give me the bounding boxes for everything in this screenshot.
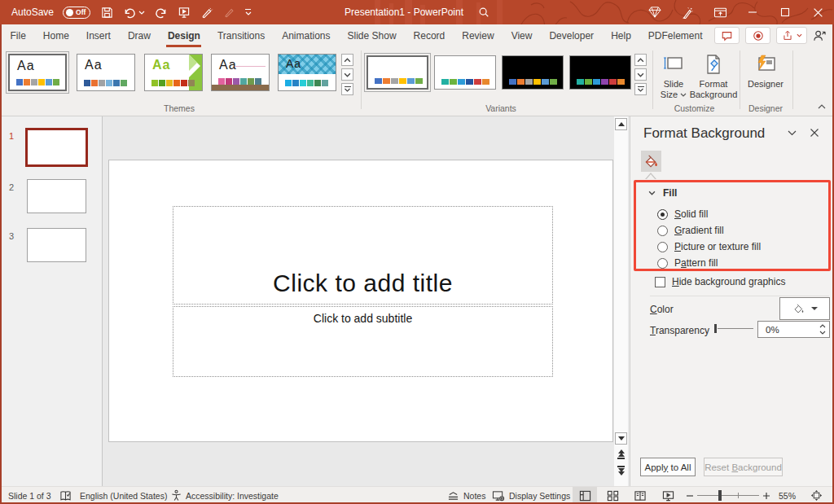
tab-review[interactable]: Review [454, 24, 503, 47]
theme-integral[interactable]: Aa [278, 54, 336, 91]
format-background-icon [704, 52, 723, 77]
pane-chevron-down-icon[interactable] [788, 130, 797, 136]
tab-home[interactable]: Home [34, 24, 77, 47]
pane-close-icon[interactable] [810, 128, 819, 138]
radio-gradient-fill[interactable]: Gradient fill [657, 225, 724, 236]
maximize-button[interactable] [769, 0, 801, 24]
fill-tab-icon[interactable] [641, 151, 661, 172]
close-button[interactable] [801, 0, 834, 24]
vertical-scrollbar[interactable] [614, 116, 628, 486]
reading-view-button[interactable] [628, 487, 652, 504]
slide-canvas[interactable]: Click to add title Click to add subtitle [108, 160, 613, 442]
autosave-toggle[interactable]: Off [63, 7, 90, 19]
slideshow-view-button[interactable] [656, 487, 680, 504]
slide-sorter-view-button[interactable] [600, 487, 625, 504]
variant-3[interactable] [502, 55, 564, 90]
tab-view[interactable]: View [503, 24, 541, 47]
accessibility-icon[interactable] [170, 487, 182, 504]
draw-pen-icon[interactable] [200, 7, 213, 19]
undo-icon[interactable] [123, 7, 145, 19]
premium-gem-icon[interactable] [639, 0, 671, 24]
pen-disabled-icon [223, 7, 235, 18]
display-settings-button[interactable]: Display Settings [492, 487, 570, 504]
tab-transitions[interactable]: Transitions [208, 24, 273, 47]
tab-file[interactable]: File [2, 24, 34, 47]
tab-developer[interactable]: Developer [541, 24, 603, 47]
zoom-in-icon[interactable] [762, 487, 770, 504]
comments-button[interactable] [714, 27, 740, 44]
variant-4[interactable] [569, 55, 631, 90]
record-button[interactable] [745, 27, 770, 44]
tab-insert[interactable]: Insert [77, 24, 119, 47]
slide-indicator[interactable]: Slide 1 of 3 [8, 487, 51, 504]
normal-view-button[interactable] [573, 487, 597, 504]
spin-up-icon[interactable] [819, 324, 826, 328]
scroll-up-icon[interactable] [615, 118, 627, 130]
slide-size-button[interactable]: Slide Size [656, 52, 691, 100]
variants-group-label: Variants [444, 103, 558, 113]
radio-pattern-fill[interactable]: Pattern fill [657, 257, 718, 269]
redo-icon[interactable] [155, 7, 168, 19]
search-icon[interactable] [478, 7, 489, 18]
previous-slide-icon[interactable] [616, 449, 626, 459]
reset-background-button[interactable]: Reset Background [704, 458, 783, 476]
spellcheck-icon[interactable] [59, 487, 72, 504]
tab-pdfelement[interactable]: PDFelement [639, 24, 711, 47]
slide-thumbnail-2[interactable] [27, 179, 86, 213]
transparency-slider-thumb[interactable] [714, 324, 717, 333]
notes-button[interactable]: Notes [447, 487, 485, 504]
next-slide-icon[interactable] [616, 466, 626, 476]
theme-gallery[interactable]: Aa [211, 54, 270, 91]
scroll-down-icon[interactable] [615, 432, 627, 445]
share-button[interactable] [776, 27, 807, 44]
apply-to-all-button[interactable]: Apply to All [640, 458, 696, 476]
zoom-slider-track[interactable] [697, 495, 759, 496]
tab-draw[interactable]: Draw [119, 24, 159, 47]
designer-button[interactable]: Designer [744, 52, 787, 90]
variant-2[interactable] [434, 55, 496, 90]
zoom-out-icon[interactable] [686, 487, 694, 504]
slide-editing-area: Click to add title Click to add subtitle [103, 116, 614, 486]
radio-solid-fill[interactable]: Solid fill [657, 208, 708, 220]
spin-down-icon[interactable] [819, 331, 826, 335]
variant-1[interactable] [367, 55, 428, 90]
theme-facet[interactable]: Aa [144, 54, 203, 91]
collapse-ribbon-icon[interactable] [818, 104, 826, 109]
save-icon[interactable] [101, 7, 113, 19]
designer-group-label: Designer [743, 103, 788, 113]
start-slideshow-icon[interactable] [178, 7, 191, 19]
tab-record[interactable]: Record [405, 24, 454, 47]
slide-number: 1 [9, 131, 14, 141]
pane-title: Format Background [643, 125, 765, 142]
tab-help[interactable]: Help [603, 24, 640, 47]
accessibility-status[interactable]: Accessibility: Investigate [186, 487, 279, 504]
ink-pen-icon[interactable] [671, 0, 704, 24]
fit-slide-icon[interactable] [810, 487, 823, 504]
presenter-icon[interactable] [813, 29, 827, 42]
tab-slideshow[interactable]: Slide Show [339, 24, 405, 47]
qat-more-icon[interactable] [245, 9, 252, 15]
hide-background-graphics-checkbox[interactable]: Hide background graphics [655, 276, 785, 287]
fill-section-header[interactable]: Fill [648, 187, 677, 199]
subtitle-placeholder[interactable]: Click to add subtitle [173, 306, 553, 377]
tab-design[interactable]: Design [159, 24, 208, 47]
zoom-slider-thumb[interactable] [718, 490, 722, 501]
transparency-spinner[interactable]: 0% [757, 321, 830, 338]
transparency-slider-track[interactable] [718, 328, 753, 329]
slide-thumbnail-3[interactable] [27, 228, 86, 262]
zoom-level[interactable]: 55% [779, 487, 796, 504]
minimize-button[interactable] [736, 0, 769, 24]
color-picker-button[interactable] [779, 297, 830, 320]
radio-picture-fill[interactable]: Picture or texture fill [657, 241, 761, 252]
variants-gallery-scroll[interactable] [634, 54, 647, 98]
tab-animations[interactable]: Animations [274, 24, 339, 47]
slide-thumbnail-1[interactable] [25, 128, 88, 167]
title-placeholder[interactable]: Click to add title [173, 206, 553, 305]
themes-group-label: Themes [122, 103, 236, 113]
restore-window-icon[interactable] [704, 0, 736, 24]
themes-gallery-scroll[interactable] [341, 54, 353, 98]
theme-office[interactable]: Aa [8, 54, 67, 91]
format-background-button[interactable]: Format Background [691, 52, 736, 100]
theme-2[interactable]: Aa [77, 54, 135, 91]
language-indicator[interactable]: English (United States) [80, 487, 167, 504]
